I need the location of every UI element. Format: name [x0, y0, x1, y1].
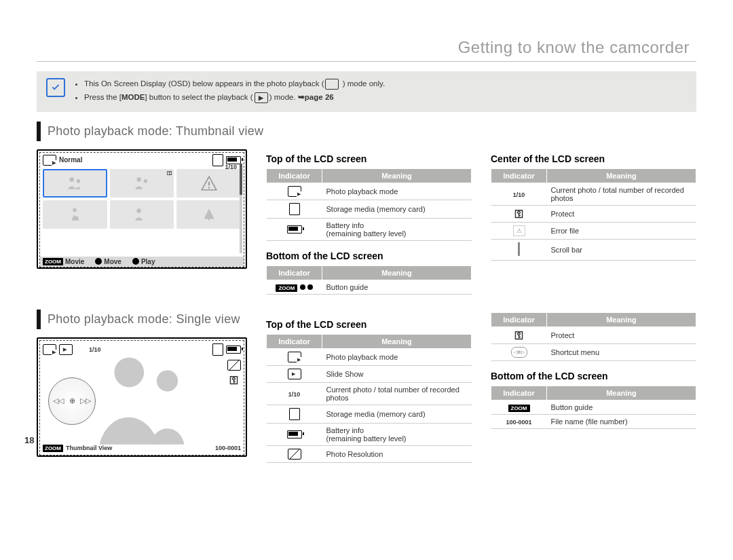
- zoom-badge: ZOOM: [43, 258, 63, 265]
- counter-indicator: 1/10: [288, 391, 301, 398]
- card-icon: [289, 408, 300, 420]
- table-bottom-lcd-2: IndicatorMeaning ZOOMButton guide 100-00…: [491, 386, 696, 429]
- svg-point-1: [77, 179, 80, 183]
- table-top-lcd-1: IndicatorMeaning Photo playback mode Sto…: [266, 168, 472, 241]
- key-icon: ⚿: [167, 170, 172, 176]
- play-icon: [132, 258, 139, 265]
- thumbnail-item: [110, 200, 174, 229]
- photo-mode-icon: [43, 344, 56, 355]
- scroll-bar: [240, 164, 242, 253]
- table-bottom-lcd-1: IndicatorMeaning ZOOM Button guide: [266, 265, 472, 295]
- move-icon: [95, 258, 102, 265]
- protect-icon: ⚿: [514, 330, 524, 341]
- table-center-lcd: IndicatorMeaning 1/10Current photo / tot…: [491, 168, 696, 261]
- counter: 1/10: [89, 346, 101, 353]
- error-icon: ⚠: [513, 225, 525, 236]
- zoom-icon: ZOOM: [508, 405, 530, 412]
- protect-icon: ⚿: [229, 375, 239, 386]
- svg-point-2: [136, 177, 141, 182]
- card-icon: [289, 203, 300, 215]
- page-number: 18: [24, 435, 34, 445]
- note-line-1: This On Screen Display (OSD) below appea…: [84, 78, 687, 90]
- sub-heading: Top of the LCD screen: [266, 153, 472, 164]
- thumbnail-error: [176, 169, 241, 198]
- protect-icon: ⚿: [514, 208, 524, 219]
- thumbnail-item: ⚿: [110, 169, 174, 198]
- section-heading-thumbnail: Photo playback mode: Thumbnail view: [37, 122, 696, 141]
- slideshow-icon: [59, 344, 73, 355]
- note-box: This On Screen Display (OSD) below appea…: [37, 71, 696, 112]
- svg-point-7: [136, 208, 141, 213]
- resolution-icon: [227, 360, 241, 371]
- svg-point-6: [73, 208, 77, 212]
- shortcut-dial: ◁◁⊕▷▷: [48, 377, 96, 425]
- playback-mode-icon: ▶: [255, 92, 268, 103]
- battery-icon: [287, 430, 302, 438]
- sub-heading: Center of the LCD screen: [491, 153, 696, 164]
- thumbnail-item: [43, 200, 107, 229]
- battery-icon: [287, 225, 302, 234]
- photo-mode-icon: [288, 186, 301, 197]
- svg-rect-5: [208, 187, 210, 188]
- svg-point-0: [70, 177, 75, 182]
- lcd-normal-label: Normal: [59, 156, 82, 164]
- battery-icon: [226, 346, 241, 354]
- page-title: Getting to know the camcorder: [37, 38, 696, 62]
- resolution-icon: [288, 449, 301, 460]
- section-heading-single: Photo playback mode: Single view: [37, 310, 247, 329]
- thumbnail-view-label: Thumbnail View: [66, 445, 112, 451]
- thumbnail-item: [176, 200, 241, 229]
- check-icon: [46, 78, 65, 97]
- sub-heading: Bottom of the LCD screen: [266, 250, 472, 261]
- photo-mode-icon: [288, 352, 301, 362]
- svg-point-3: [144, 179, 147, 183]
- table-top-lcd-2-left: IndicatorMeaning Photo playback mode Sli…: [266, 334, 472, 463]
- scroll-bar-icon: [518, 242, 520, 256]
- sub-heading: Top of the LCD screen: [266, 319, 472, 330]
- zoom-badge: ZOOM: [43, 445, 63, 452]
- slideshow-icon: [288, 369, 301, 379]
- table-top-lcd-2-right: IndicatorMeaning ⚿Protect ◁⊕▷Shortcut me…: [491, 312, 696, 361]
- thumbnail-selected: [43, 169, 107, 198]
- photo-mode-icon: [43, 155, 56, 166]
- lcd-single-mock: 1/10 ⚿ ◁◁⊕▷▷ ZOOMThumbnail View 100-0001: [37, 337, 247, 457]
- svg-point-10: [157, 370, 178, 391]
- sub-heading: Bottom of the LCD screen: [491, 371, 696, 381]
- lcd-thumbnail-mock: Normal 1/10 ⚿: [37, 149, 247, 269]
- zoom-icon: ZOOM: [276, 284, 297, 292]
- file-number-indicator: 100-0001: [506, 419, 531, 426]
- note-line-2: Press the [MODE] button to select the pl…: [84, 92, 687, 103]
- svg-point-9: [114, 358, 144, 388]
- counter-indicator: 1/10: [513, 191, 525, 198]
- photo-mode-icon: [325, 79, 339, 90]
- card-icon: [212, 343, 223, 356]
- shortcut-dial-icon: ◁⊕▷: [511, 347, 527, 358]
- svg-rect-4: [208, 182, 210, 185]
- card-icon: [212, 154, 223, 166]
- filename: 100-0001: [215, 445, 241, 451]
- svg-rect-8: [208, 216, 210, 221]
